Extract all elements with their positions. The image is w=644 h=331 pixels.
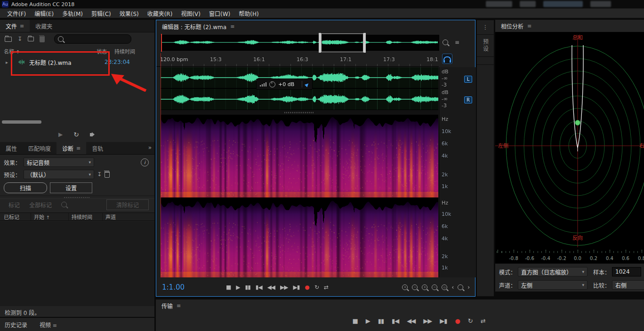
- panel-menu-icon[interactable]: ≡: [76, 145, 80, 151]
- overview-playhead[interactable]: [161, 34, 162, 52]
- import-file-icon[interactable]: ↧: [17, 36, 22, 42]
- pin-icon[interactable]: ▶: [304, 81, 310, 87]
- auto-play-speaker-icon[interactable]: [90, 133, 92, 136]
- editor-skip-selection-icon[interactable]: ⇄: [324, 284, 328, 291]
- clear-marks-button[interactable]: 清除标记: [106, 199, 149, 210]
- tab-video[interactable]: 视频 ≡: [40, 321, 57, 329]
- collapsed-presets-tab[interactable]: 预设: [482, 39, 490, 53]
- spectrogram-right-channel[interactable]: [161, 198, 438, 277]
- column-start[interactable]: 开始 ↑: [34, 213, 69, 221]
- timeline-ruler[interactable]: 120.0 bpm 15:316:116:317:117:318:1: [156, 53, 439, 67]
- tab-mixer[interactable]: 音轨: [86, 142, 109, 154]
- diagnostics-results-table[interactable]: [0, 221, 154, 306]
- tab-files[interactable]: 文件 ≡: [0, 20, 30, 32]
- channel-select[interactable]: 左侧▾: [518, 280, 588, 290]
- volume-value[interactable]: +0 dB: [278, 81, 294, 87]
- transport-skip-to-start-icon[interactable]: ▮◀: [392, 317, 399, 324]
- editor-play-icon[interactable]: ▶: [236, 284, 240, 291]
- search-marks-icon[interactable]: [61, 202, 67, 207]
- phase-scope[interactable]: 总和 左侧 右侧 反向 -0.8-0.6-0.4-0.20.00.20.40.6…: [495, 32, 644, 263]
- editor-skip-to-end-icon[interactable]: ▶▮: [293, 284, 300, 291]
- tab-match-loudness[interactable]: 匹配响度: [23, 142, 56, 154]
- transport-rewind-icon[interactable]: ◀◀: [407, 317, 415, 324]
- column-duration[interactable]: 持续时间: [72, 213, 103, 221]
- zoom-navigate-icon[interactable]: [458, 284, 463, 290]
- compare-select[interactable]: 右侧▾: [612, 280, 644, 290]
- transport-pause-icon[interactable]: ▮▮: [378, 317, 384, 324]
- zoom-in-icon[interactable]: +: [402, 284, 408, 290]
- transport-record-icon[interactable]: ●: [455, 317, 459, 324]
- new-bin-icon[interactable]: [28, 37, 34, 41]
- monitor-box[interactable]: [442, 54, 452, 64]
- menu-item-4[interactable]: 效果(S): [115, 9, 143, 17]
- column-channel[interactable]: 声道: [105, 213, 152, 221]
- editor-rewind-icon[interactable]: ◀◀: [267, 284, 275, 291]
- transport-skip-selection-icon[interactable]: ⇄: [481, 317, 485, 324]
- tab-diagnostics[interactable]: 诊断 ≡: [56, 142, 86, 154]
- scan-button[interactable]: 扫描: [4, 182, 47, 193]
- tab-overflow-icon[interactable]: »: [148, 144, 152, 151]
- scroll-left-icon[interactable]: ‹: [451, 284, 453, 291]
- effect-select[interactable]: 标记音频▾: [24, 158, 94, 167]
- mode-select[interactable]: 直方图（日志缩放）▾: [518, 267, 588, 276]
- more-dots-icon[interactable]: ⋮: [477, 24, 494, 31]
- menu-item-5[interactable]: 收藏夹(R): [143, 9, 177, 17]
- menu-item-3[interactable]: 剪辑(C): [87, 9, 115, 17]
- menu-item-1[interactable]: 编辑(E): [30, 9, 58, 17]
- menu-item-7[interactable]: 窗口(W): [205, 9, 234, 17]
- settings-button[interactable]: 设置: [50, 182, 92, 193]
- overview-strip[interactable]: [161, 35, 439, 51]
- channel-left-button[interactable]: L: [464, 76, 472, 83]
- editor-loop-icon[interactable]: ↻: [314, 284, 319, 291]
- info-icon[interactable]: i: [141, 158, 149, 166]
- panel-menu-icon[interactable]: ≡: [53, 323, 57, 329]
- menu-item-0[interactable]: 文件(F): [3, 9, 30, 17]
- preview-play-button[interactable]: ▶: [58, 131, 62, 138]
- editor-skip-to-start-icon[interactable]: ▮◀: [256, 284, 262, 291]
- menu-item-2[interactable]: 多轨(M): [58, 9, 87, 17]
- editor-stop-icon[interactable]: ■: [226, 284, 231, 291]
- zoom-out-horizontal-icon[interactable]: −: [432, 284, 437, 290]
- overview-selection-box[interactable]: [321, 33, 363, 52]
- channel-right-button[interactable]: R: [464, 96, 472, 103]
- column-duration[interactable]: 持续时间: [114, 47, 135, 55]
- preview-loop-button[interactable]: ↻: [73, 131, 79, 138]
- playhead-line[interactable]: [161, 53, 161, 277]
- menu-item-8[interactable]: 帮助(H): [234, 9, 263, 17]
- volume-hud[interactable]: +0 dB ▶: [256, 79, 313, 90]
- spectrogram-left-channel[interactable]: [161, 115, 438, 197]
- transport-loop-icon[interactable]: ↻: [468, 317, 473, 324]
- zoom-to-selection-icon[interactable]: ▫: [442, 284, 447, 290]
- column-marked[interactable]: 已标记: [4, 213, 31, 221]
- search-box[interactable]: [54, 34, 131, 44]
- transport-stop-icon[interactable]: ■: [352, 317, 357, 324]
- transport-fast-forward-icon[interactable]: ▶▶: [423, 317, 432, 324]
- editor-record-icon[interactable]: ●: [305, 284, 309, 291]
- mark-all-button[interactable]: 全部标记: [29, 201, 52, 209]
- horizontal-scrollbar[interactable]: [2, 120, 41, 124]
- ruler-ticks[interactable]: 15:316:116:317:117:318:1: [161, 53, 438, 66]
- scroll-right-icon[interactable]: ›: [467, 284, 469, 291]
- zoom-navigator-icon[interactable]: [443, 39, 448, 45]
- zoom-out-icon[interactable]: −: [412, 284, 418, 290]
- editor-pause-icon[interactable]: ▮▮: [245, 284, 250, 291]
- transport-skip-to-end-icon[interactable]: ▶▮: [440, 317, 447, 324]
- transport-play-icon[interactable]: ▶: [366, 317, 370, 324]
- save-preset-icon[interactable]: ↧: [97, 171, 102, 178]
- panel-menu-icon[interactable]: ≡: [20, 23, 24, 29]
- volume-knob-icon[interactable]: [269, 81, 275, 87]
- panel-menu-icon[interactable]: ≡: [527, 23, 531, 29]
- waveform-right-channel[interactable]: [161, 89, 438, 110]
- delete-preset-icon[interactable]: [105, 172, 110, 178]
- samples-input[interactable]: 1024: [612, 267, 641, 276]
- mark-button[interactable]: 标记: [8, 201, 20, 209]
- expander-icon[interactable]: ▸: [6, 60, 8, 65]
- open-file-icon[interactable]: [5, 37, 12, 42]
- zoom-in-horizontal-icon[interactable]: +: [422, 284, 427, 290]
- tab-history[interactable]: 历史记录: [5, 321, 27, 329]
- list-view-icon[interactable]: ≡: [455, 39, 459, 46]
- panel-menu-icon[interactable]: ≡: [230, 24, 234, 30]
- tab-properties[interactable]: 属性: [0, 142, 23, 154]
- preset-select[interactable]: （默认）▾: [24, 170, 94, 179]
- overview-waveform[interactable]: [161, 35, 438, 49]
